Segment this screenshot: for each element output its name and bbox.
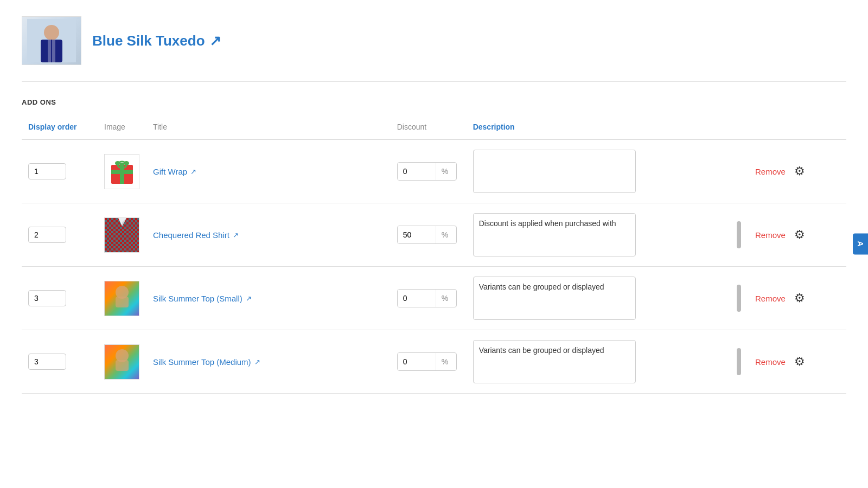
discount-input[interactable] bbox=[398, 163, 436, 180]
discount-input[interactable] bbox=[398, 290, 436, 307]
section-divider bbox=[22, 81, 846, 82]
table-row: Silk Summer Top (Small) ↗ % Variants can… bbox=[22, 267, 846, 330]
discount-group: % bbox=[397, 352, 457, 371]
order-cell bbox=[22, 139, 98, 203]
description-box: Variants can be grouped or displayed bbox=[473, 340, 742, 383]
title-cell: Silk Summer Top (Small) ↗ bbox=[146, 267, 391, 330]
image-cell bbox=[98, 139, 146, 203]
add-button-edge[interactable]: A bbox=[853, 233, 868, 254]
title-cell: Gift Wrap ↗ bbox=[146, 139, 391, 203]
actions-cell: Remove ⚙ bbox=[749, 267, 846, 330]
col-header-description[interactable]: Description bbox=[467, 117, 749, 139]
discount-group: % bbox=[397, 162, 457, 181]
description-cell: Variants can be grouped or displayed bbox=[467, 330, 749, 394]
addons-table: Display order Image Title Discount Descr… bbox=[22, 117, 846, 394]
svg-point-1 bbox=[44, 25, 59, 40]
order-cell bbox=[22, 267, 98, 330]
item-link[interactable]: Silk Summer Top (Medium) ↗ bbox=[153, 357, 384, 367]
product-title: Blue Silk Tuxedo ↗ bbox=[92, 33, 221, 49]
discount-cell: % bbox=[391, 330, 467, 394]
col-header-discount: Discount bbox=[391, 117, 467, 139]
order-cell bbox=[22, 203, 98, 267]
svg-point-11 bbox=[124, 161, 129, 165]
col-header-display-order[interactable]: Display order bbox=[22, 117, 98, 139]
gear-button[interactable]: ⚙ bbox=[794, 228, 805, 242]
gear-button[interactable]: ⚙ bbox=[794, 291, 805, 305]
gear-button[interactable]: ⚙ bbox=[794, 164, 805, 178]
table-row: Silk Summer Top (Medium) ↗ % Variants ca… bbox=[22, 330, 846, 394]
svg-rect-8 bbox=[111, 170, 133, 174]
discount-cell: % bbox=[391, 203, 467, 267]
product-image bbox=[22, 16, 81, 65]
image-cell bbox=[98, 267, 146, 330]
col-header-image: Image bbox=[98, 117, 146, 139]
svg-rect-21 bbox=[116, 297, 129, 307]
discount-input[interactable] bbox=[398, 353, 436, 370]
description-cell: Discount is applied when purchased with bbox=[467, 203, 749, 267]
percent-label: % bbox=[436, 226, 454, 243]
description-box: Discount is applied when purchased with bbox=[473, 213, 742, 256]
remove-button[interactable]: Remove bbox=[755, 357, 786, 367]
table-row: Gift Wrap ↗ % Remove ⚙ bbox=[22, 139, 846, 203]
description-textarea[interactable]: Variants can be grouped or displayed bbox=[473, 340, 636, 383]
item-external-link-icon: ↗ bbox=[190, 168, 196, 176]
discount-cell: % bbox=[391, 267, 467, 330]
svg-point-10 bbox=[115, 161, 120, 165]
order-cell bbox=[22, 330, 98, 394]
remove-button[interactable]: Remove bbox=[755, 167, 786, 176]
description-box bbox=[473, 150, 742, 193]
description-cell: Variants can be grouped or displayed bbox=[467, 267, 749, 330]
external-link-icon[interactable]: ↗ bbox=[209, 33, 221, 49]
remove-button[interactable]: Remove bbox=[755, 294, 786, 303]
item-external-link-icon: ↗ bbox=[246, 294, 252, 303]
col-header-actions bbox=[749, 117, 846, 139]
actions-cell: Remove ⚙ bbox=[749, 139, 846, 203]
description-textarea[interactable] bbox=[473, 150, 636, 193]
actions-cell: Remove ⚙ bbox=[749, 330, 846, 394]
gear-button[interactable]: ⚙ bbox=[794, 355, 805, 369]
discount-group: % bbox=[397, 289, 457, 307]
product-header: Blue Silk Tuxedo ↗ bbox=[22, 16, 846, 65]
discount-group: % bbox=[397, 226, 457, 244]
order-input[interactable] bbox=[28, 290, 66, 306]
title-cell: Silk Summer Top (Medium) ↗ bbox=[146, 330, 391, 394]
percent-label: % bbox=[436, 353, 454, 370]
item-external-link-icon: ↗ bbox=[233, 231, 239, 239]
image-cell bbox=[98, 203, 146, 267]
percent-label: % bbox=[436, 290, 454, 307]
table-header-row: Display order Image Title Discount Descr… bbox=[22, 117, 846, 139]
remove-button[interactable]: Remove bbox=[755, 230, 786, 240]
discount-cell: % bbox=[391, 139, 467, 203]
order-input[interactable] bbox=[28, 163, 66, 179]
description-textarea[interactable]: Discount is applied when purchased with bbox=[473, 213, 636, 256]
svg-rect-24 bbox=[116, 360, 129, 371]
item-external-link-icon: ↗ bbox=[254, 358, 260, 366]
title-cell: Chequered Red Shirt ↗ bbox=[146, 203, 391, 267]
order-input[interactable] bbox=[28, 227, 66, 243]
col-header-title: Title bbox=[146, 117, 391, 139]
scroll-indicator bbox=[737, 285, 741, 312]
item-link[interactable]: Silk Summer Top (Small) ↗ bbox=[153, 294, 384, 303]
section-title: ADD ONS bbox=[22, 98, 846, 106]
description-textarea[interactable]: Variants can be grouped or displayed bbox=[473, 277, 636, 320]
item-link[interactable]: Gift Wrap ↗ bbox=[153, 167, 384, 176]
item-link[interactable]: Chequered Red Shirt ↗ bbox=[153, 230, 384, 240]
order-input[interactable] bbox=[28, 354, 66, 370]
table-row: Chequered Red Shirt ↗ % Discount is appl… bbox=[22, 203, 846, 267]
actions-cell: Remove ⚙ bbox=[749, 203, 846, 267]
description-cell bbox=[467, 139, 749, 203]
scroll-indicator bbox=[737, 221, 741, 248]
scroll-indicator bbox=[737, 348, 741, 375]
description-box: Variants can be grouped or displayed bbox=[473, 277, 742, 320]
percent-label: % bbox=[436, 163, 454, 180]
image-cell bbox=[98, 330, 146, 394]
discount-input[interactable] bbox=[398, 226, 436, 243]
